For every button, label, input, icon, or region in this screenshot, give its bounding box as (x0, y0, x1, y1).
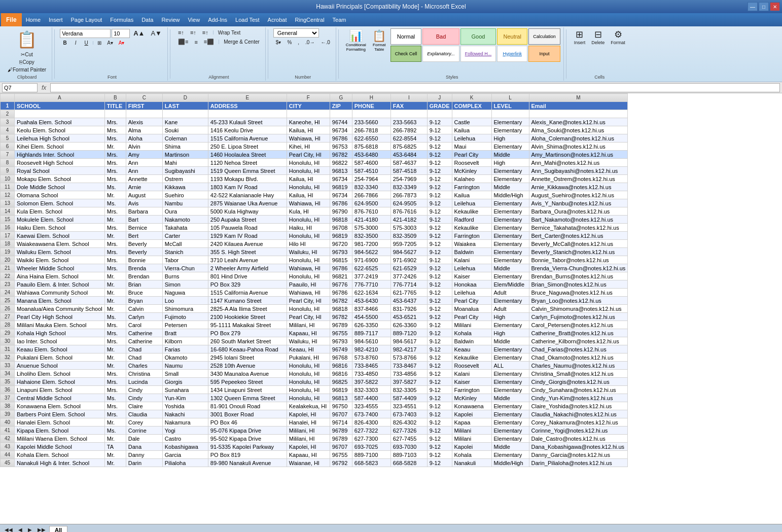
cell-2-F[interactable] (287, 110, 330, 118)
cell-30-6[interactable]: 96793 (330, 337, 352, 345)
cell-18-8[interactable]: 959-7205 (390, 240, 427, 248)
cell-43-10[interactable]: Kapolei (452, 443, 491, 451)
cell-12-6[interactable]: 96734 (330, 191, 352, 199)
cell-5-10[interactable]: Leilehua (452, 134, 491, 143)
cell-29-0[interactable]: Kohala High School (15, 329, 105, 337)
cell-7-10[interactable]: Pearl City (452, 151, 491, 159)
cell-12-8[interactable]: 266-7873 (390, 191, 427, 199)
cell-8-10[interactable]: Roosevelt (452, 159, 491, 167)
cell-39-6[interactable]: 96707 (330, 410, 352, 418)
cell-5-6[interactable]: 96786 (330, 134, 352, 143)
cell-9-2[interactable]: Ann (126, 167, 162, 175)
cell-20-12[interactable]: Bonnie_Tabor@notes.k12.hi.us (529, 256, 628, 264)
cell-9-8[interactable]: 587-4518 (390, 167, 427, 175)
cell-31-8[interactable]: 982-4217 (390, 345, 427, 353)
cell-12-7[interactable]: 266-7866 (352, 191, 390, 199)
cell-27-8[interactable]: 453-6521 (390, 313, 427, 321)
cell-34-8[interactable]: 733-4856 (390, 370, 427, 378)
cell-19-5[interactable]: Wailuku, HI (287, 248, 330, 256)
cell-21-8[interactable]: 621-6529 (390, 264, 427, 272)
cell-4-4[interactable]: 1416 Keolu Drive (208, 126, 287, 134)
cell-25-10[interactable]: Pearl City (452, 297, 491, 305)
cell-20-1[interactable]: Mrs. (104, 256, 126, 264)
cell-39-1[interactable]: Mrs. (104, 410, 126, 418)
style-input[interactable]: Input (528, 46, 560, 62)
cell-17-8[interactable]: 832-3509 (390, 232, 427, 240)
cell-22-12[interactable]: Brendan_Burns@notes.k12.hi.us (529, 272, 628, 280)
sheet-tab-all[interactable]: All (49, 526, 67, 533)
sheet-scroll-next-button[interactable]: ▶ (25, 526, 34, 532)
cell-24-10[interactable]: Leilehua (452, 289, 491, 297)
cell-39-4[interactable]: 3001 Boxer Road (208, 410, 287, 418)
cell-31-7[interactable]: 982-4210 (352, 345, 390, 353)
cell-16-9[interactable]: 9-12 (427, 224, 452, 232)
cell-43-2[interactable]: Dana (126, 443, 162, 451)
cell-3-3[interactable]: Kane (162, 118, 208, 126)
cell-42-4[interactable]: 95-502 Kipapa Drive (208, 435, 287, 443)
cell-26-11[interactable]: Adult (491, 305, 529, 313)
cell-27-12[interactable]: Carlyn_Fujimoto@notes.k12.hi.us (529, 313, 628, 321)
cell-25-11[interactable]: Elementary (491, 297, 529, 305)
cell-27-4[interactable]: 2100 Hookiekie Street (208, 313, 287, 321)
cell-11-11[interactable]: Middle (491, 183, 529, 191)
cell-14-8[interactable]: 876-7616 (390, 207, 427, 216)
cell-30-0[interactable]: Iao Inter. School (15, 337, 105, 345)
menu-data[interactable]: Data (137, 13, 157, 26)
cell-13-1[interactable]: Ms. (104, 199, 126, 207)
col-header-A[interactable]: A (15, 94, 105, 102)
cell-26-4[interactable]: 2825-A Ala Ilima Street (208, 305, 287, 313)
cell-10-3[interactable]: Ostrem (162, 175, 208, 183)
cell-10-12[interactable]: Annette_Ostrem@notes.k12.hi.us (529, 175, 628, 183)
cell-7-3[interactable]: Martinson (162, 151, 208, 159)
cell-28-2[interactable]: Carol (126, 321, 162, 329)
sheet-scroll-prev-button[interactable]: ◀ (16, 526, 25, 532)
cell-13-2[interactable]: Avis (126, 199, 162, 207)
cell-17-9[interactable]: 9-12 (427, 232, 452, 240)
cell-26-8[interactable]: 831-7926 (390, 305, 427, 313)
cell-31-1[interactable]: Mr. (104, 345, 126, 353)
cell-9-3[interactable]: Sugibayashi (162, 167, 208, 175)
cell-34-6[interactable]: 96816 (330, 370, 352, 378)
paste-button[interactable]: 📋 (13, 28, 41, 51)
cell-31-10[interactable]: Keaau (452, 345, 491, 353)
cell-34-3[interactable]: Small (162, 370, 208, 378)
cell-24-8[interactable]: 621-7765 (390, 289, 427, 297)
cell-2-G[interactable] (330, 110, 352, 118)
cell-4-11[interactable]: Elementary (491, 126, 529, 134)
cell-11-12[interactable]: Arnie_Kikkawa@notes.k12.hi.us (529, 183, 628, 191)
cell-31-9[interactable]: 9-12 (427, 345, 452, 353)
cell-43-6[interactable]: 96707 (330, 443, 352, 451)
cell-27-1[interactable]: Ms. (104, 313, 126, 321)
cell-8-12[interactable]: Ann_Mahi@notes.k12.hi.us (529, 159, 628, 167)
cell-3-12[interactable]: Alexis_Kane@notes.k12.hi.us (529, 118, 628, 126)
cell-8-7[interactable]: 587-4600 (352, 159, 390, 167)
cell-22-7[interactable]: 377-2419 (352, 272, 390, 280)
cell-23-9[interactable]: 9-12 (427, 280, 452, 289)
cell-35-4[interactable]: 595 Pepeekeo Street (208, 378, 287, 386)
cell-14-12[interactable]: Barbara_Oura@notes.k12.hi.us (529, 207, 628, 216)
cell-16-2[interactable]: Bernice (126, 224, 162, 232)
cell-5-2[interactable]: Aloha (126, 134, 162, 143)
cell-7-8[interactable]: 453-6484 (390, 151, 427, 159)
cell-38-9[interactable]: 9-12 (427, 402, 452, 410)
cell-12-4[interactable]: 42-522 Kalanianaole Hwy (208, 191, 287, 199)
cell-41-10[interactable]: Mililani (452, 427, 491, 435)
cell-34-7[interactable]: 733-4850 (352, 370, 390, 378)
cell-35-1[interactable]: Mrs. (104, 378, 126, 386)
cell-3-11[interactable]: Elementary (491, 118, 529, 126)
cell-12-2[interactable]: August (126, 191, 162, 199)
cell-4-12[interactable]: Alma_Souki@notes.k12.hi.us (529, 126, 628, 134)
cell-38-12[interactable]: Claire_Yoshida@notes.k12.hi.us (529, 402, 628, 410)
cell-36-7[interactable]: 832-3303 (352, 386, 390, 394)
cell-44-11[interactable]: Elementary (491, 451, 529, 459)
col-header-I[interactable]: I (390, 94, 427, 102)
cell-18-9[interactable]: 9-12 (427, 240, 452, 248)
cell-39-11[interactable]: Elementary (491, 410, 529, 418)
minimize-button[interactable]: — (748, 2, 758, 11)
underline-button[interactable]: U (81, 39, 91, 47)
cut-button[interactable]: ✂ Cut (18, 51, 35, 58)
cell-17-7[interactable]: 832-3500 (352, 232, 390, 240)
cell-14-9[interactable]: 9-12 (427, 207, 452, 216)
cell-24-9[interactable]: 9-12 (427, 289, 452, 297)
cell-45-5[interactable]: Waianae, HI (287, 459, 330, 467)
